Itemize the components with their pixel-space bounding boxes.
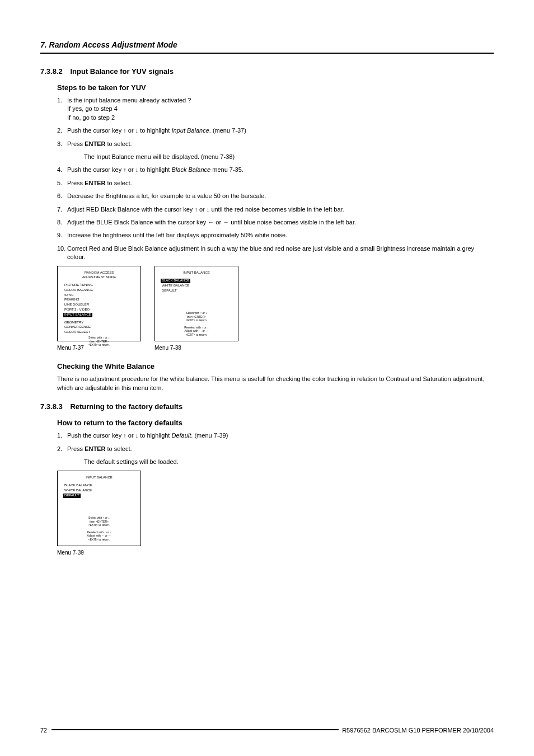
step-body: Decrease the Brightness a lot, for examp… (67, 192, 494, 200)
menus-row-7383: INPUT BALANCEBLACK BALANCEWHITE BALANCED… (57, 471, 494, 556)
step-row: 1.Push the cursor key ↑ or ↓ to highligh… (57, 431, 494, 440)
menu-hints: Select with ↑ or ↓ then <ENTER> <EXIT> t… (161, 310, 232, 336)
step-number: 2. (57, 445, 67, 453)
menu-title: INPUT BALANCE (161, 271, 232, 275)
menus-row-7382: RANDOM ACCESS ADJUSTMENT MODEPICTURE TUN… (57, 266, 494, 351)
step-body: Press ENTER to select. (67, 140, 494, 148)
step-body: Push the cursor key ↑ or ↓ to highlight … (67, 431, 494, 440)
step-result-text: The default settings will be loaded. (84, 458, 494, 466)
steps-7382: 1.Is the input balance menu already acti… (57, 96, 494, 261)
step-body: Press ENTER to select. (67, 179, 494, 187)
header-rule (40, 53, 494, 54)
section-title: Input Balance for YUV signals (70, 67, 174, 76)
menu-item: SYNC (63, 293, 135, 298)
step-result-text: The Input Balance menu will be displayed… (84, 153, 494, 161)
menu-item: GEOMETRY (63, 321, 135, 325)
step-number: 1. (57, 431, 67, 440)
step-number: 5. (57, 179, 67, 187)
menu-38-box: INPUT BALANCEBLACK BALANCEWHITE BALANCED… (154, 266, 238, 341)
menu-item: LINE DOUBLER (63, 303, 135, 307)
page-footer: 72 R5976562 BARCOSLM G10 PERFORMER 20/10… (40, 727, 494, 734)
section-title: Returning to the factory defaults (70, 402, 182, 411)
chapter-header: 7. Random Access Adjustment Mode (40, 40, 494, 49)
step-subline: If no, go to step 2 (67, 114, 494, 122)
section-number: 7.3.8.2 (40, 67, 63, 76)
step-number: 2. (57, 126, 67, 135)
step-body: Push the cursor key ↑ or ↓ to highlight … (67, 166, 494, 174)
step-number: 3. (57, 140, 67, 148)
menu-item: PICTURE TUNING (63, 283, 135, 288)
step-body: Correct Red and Blue Black Balance adjus… (67, 245, 494, 262)
menu-items: BLACK BALANCEWHITE BALANCEDEFAULT (161, 279, 232, 310)
step-number: 1. (57, 96, 67, 122)
steps-7383: 1.Push the cursor key ↑ or ↓ to highligh… (57, 431, 494, 466)
step-row: 9.Increase the brightness until the left… (57, 231, 494, 240)
menu-item: CONVERGENCE (63, 325, 135, 330)
step-row: 10.Correct Red and Blue Black Balance ad… (57, 245, 494, 262)
step-number: 10. (57, 245, 67, 262)
step-number: 7. (57, 205, 67, 214)
step-body: Press ENTER to select. (67, 445, 494, 453)
step-row: 2.Push the cursor key ↑ or ↓ to highligh… (57, 126, 494, 135)
step-body: Push the cursor key ↑ or ↓ to highlight … (67, 126, 494, 135)
step-row: 6.Decrease the Brightness a lot, for exa… (57, 192, 494, 200)
menu-item: WHITE BALANCE (63, 489, 135, 493)
menu-item: COLOR SELECT (63, 330, 135, 335)
menu-item: PEAKING (63, 298, 135, 302)
footer-text: R5976562 BARCOSLM G10 PERFORMER 20/10/20… (342, 727, 494, 734)
sub-heading-white-balance: Checking the White Balance (57, 362, 494, 370)
step-row: 1.Is the input balance menu already acti… (57, 96, 494, 122)
step-number: 4. (57, 166, 67, 174)
menu-39-box: INPUT BALANCEBLACK BALANCEWHITE BALANCED… (57, 471, 141, 546)
step-row: 8.Adjust the BLUE Black Balance with the… (57, 218, 494, 227)
menu-title: INPUT BALANCE (63, 476, 135, 480)
step-number: 6. (57, 192, 67, 200)
page-number: 72 (40, 727, 47, 734)
step-body: Increase the brightness until the left b… (67, 231, 494, 240)
step-subline: If yes, go to step 4 (67, 105, 494, 113)
menu-item: BLACK BALANCE (63, 483, 135, 488)
menu-37-box: RANDOM ACCESS ADJUSTMENT MODEPICTURE TUN… (57, 266, 141, 341)
step-number: 9. (57, 231, 67, 240)
step-body: Adjust the BLUE Black Balance with the c… (67, 218, 494, 227)
step-row: 4.Push the cursor key ↑ or ↓ to highligh… (57, 166, 494, 174)
step-row: 7.Adjust RED Black Balance with the curs… (57, 205, 494, 214)
menu-items: PICTURE TUNINGCOLOR BALANCESYNCPEAKINGLI… (63, 283, 135, 335)
step-row: 5.Press ENTER to select. (57, 179, 494, 187)
menu-items: BLACK BALANCEWHITE BALANCEDEFAULT (63, 483, 135, 515)
menu-title: RANDOM ACCESS ADJUSTMENT MODE (63, 271, 135, 280)
footer-rule (51, 729, 339, 730)
menu-item: DEFAULT (63, 494, 81, 498)
section-7383-heading: 7.3.8.3 Returning to the factory default… (40, 402, 494, 411)
menu-39-block: INPUT BALANCEBLACK BALANCEWHITE BALANCED… (57, 471, 141, 556)
section-7382-heading: 7.3.8.2 Input Balance for YUV signals (40, 67, 494, 76)
menu-item: WHITE BALANCE (161, 284, 232, 288)
sub-heading-yuv-steps: Steps to be taken for YUV (57, 83, 494, 92)
step-body: Adjust RED Black Balance with the cursor… (67, 205, 494, 214)
menu-hints: Select with ↑ or ↓ then <ENTER> <EXIT> t… (63, 335, 135, 347)
menu-item: INPUT BALANCE (63, 313, 92, 317)
menu-item: COLOR BALANCE (63, 288, 135, 293)
section-number: 7.3.8.3 (40, 402, 63, 411)
white-balance-body: There is no adjustment procedure for the… (57, 375, 494, 392)
step-body: Is the input balance menu already activa… (67, 96, 494, 122)
menu-38-caption: Menu 7-38 (154, 345, 238, 351)
menu-38-block: INPUT BALANCEBLACK BALANCEWHITE BALANCED… (154, 266, 238, 351)
menu-37-block: RANDOM ACCESS ADJUSTMENT MODEPICTURE TUN… (57, 266, 141, 351)
menu-39-caption: Menu 7-39 (57, 550, 141, 556)
step-row: 3.Press ENTER to select. (57, 140, 494, 148)
menu-hints: Select with ↑ or ↓ then <ENTER> <EXIT> t… (63, 515, 135, 541)
step-number: 8. (57, 218, 67, 227)
sub-heading-defaults: How to return to the factory defaults (57, 419, 494, 427)
menu-item: DEFAULT (161, 289, 232, 293)
step-row: 2.Press ENTER to select. (57, 445, 494, 453)
menu-item: PORT 2 : VIDEO (63, 308, 135, 312)
menu-item: BLACK BALANCE (161, 279, 190, 283)
